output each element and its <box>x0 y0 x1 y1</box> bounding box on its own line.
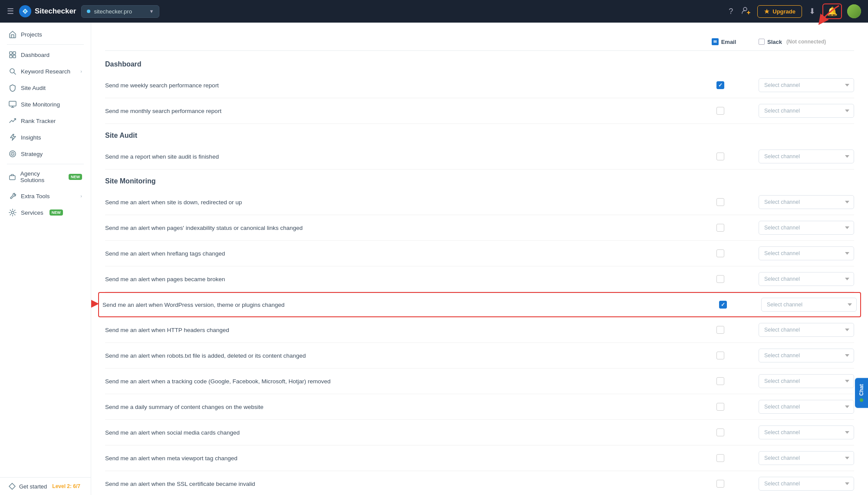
email-checkbox[interactable] <box>716 480 724 488</box>
slack-channel-select[interactable]: Select channel <box>759 149 854 163</box>
search-icon <box>9 67 17 75</box>
slack-channel-select[interactable]: Select channel <box>759 477 854 491</box>
sidebar-item-label: Site Audit <box>21 85 46 91</box>
notification-row-site-down: Send me an alert when site is down, redi… <box>105 189 854 215</box>
channel-header-row: ✉ Email Slack (Not connected) <box>105 33 854 51</box>
email-checkbox-col <box>688 301 758 309</box>
notif-label: Send me a daily summary of content chang… <box>105 404 682 410</box>
email-checkbox-col <box>686 377 755 385</box>
new-badge: NEW <box>50 209 63 216</box>
email-checkbox-col <box>686 224 755 232</box>
slack-label: Slack <box>767 39 782 45</box>
notif-label: Send me an alert when site is down, redi… <box>105 199 682 206</box>
slack-select-col: Select channel <box>759 104 854 118</box>
slack-select-col: Select channel <box>759 195 854 209</box>
slack-channel-select[interactable]: Select channel <box>759 104 854 118</box>
slack-channel-select[interactable]: Select channel <box>759 400 854 414</box>
slack-select-col: Select channel <box>759 246 854 260</box>
email-checkbox[interactable] <box>716 275 724 283</box>
sidebar-nav: Projects Dashboard Keyword Res <box>0 23 91 224</box>
project-selector[interactable]: sitechecker.pro ▼ <box>81 5 159 18</box>
notif-label: Send me monthly search performance repor… <box>105 108 682 114</box>
logo-text: Sitechecker <box>35 7 76 16</box>
slack-select-col: Select channel <box>759 349 854 362</box>
slack-select-col: Select channel <box>761 298 857 312</box>
sidebar-item-services[interactable]: Services NEW <box>0 204 91 221</box>
new-badge: NEW <box>69 174 82 180</box>
email-checkbox[interactable] <box>716 249 724 257</box>
diamond-icon <box>9 483 16 490</box>
email-checkbox-col <box>686 81 755 89</box>
sidebar-item-extra-tools[interactable]: Extra Tools › <box>0 188 91 204</box>
sidebar-item-projects[interactable]: Projects <box>0 26 91 43</box>
sidebar-item-insights[interactable]: Insights <box>0 129 91 146</box>
notification-row-hreflang: Send me an alert when hreflang tags chan… <box>105 241 854 266</box>
notification-bell-icon[interactable]: 🔔 <box>822 3 842 19</box>
sidebar-item-label: Keyword Research <box>21 68 70 75</box>
slack-channel-select[interactable]: Select channel <box>761 298 857 312</box>
email-checkbox[interactable] <box>716 224 724 232</box>
email-checkbox[interactable] <box>716 153 724 160</box>
email-checkbox[interactable] <box>719 301 727 309</box>
sidebar-item-agency-solutions[interactable]: Agency Solutions NEW <box>0 166 91 188</box>
get-started-item[interactable]: Get started Level 2: 6/7 <box>9 483 82 490</box>
email-icon: ✉ <box>712 38 719 45</box>
svg-rect-3 <box>10 52 12 54</box>
email-checkbox[interactable] <box>716 403 724 411</box>
upgrade-button[interactable]: Upgrade <box>757 5 802 18</box>
content-area: ✉ Email Slack (Not connected) Dashboard … <box>91 23 868 495</box>
chat-float-button[interactable]: Chat <box>855 378 868 408</box>
slack-select-col: Select channel <box>759 221 854 235</box>
email-checkbox-col <box>686 352 755 359</box>
notification-row-robots-txt: Send me an alert when robots.txt file is… <box>105 343 854 369</box>
sidebar-item-dashboard[interactable]: Dashboard <box>0 47 91 63</box>
slack-channel-select[interactable]: Select channel <box>759 425 854 439</box>
email-checkbox[interactable] <box>716 352 724 359</box>
sidebar-item-site-monitoring[interactable]: Site Monitoring <box>0 96 91 113</box>
notification-row-http-headers: Send me an alert when HTTP headers chang… <box>105 317 854 343</box>
sidebar-item-site-audit[interactable]: Site Audit <box>0 80 91 96</box>
slack-channel-select[interactable]: Select channel <box>759 272 854 286</box>
chat-label: Chat <box>858 384 865 396</box>
notif-label: Send me an alert when meta viewport tag … <box>105 455 682 462</box>
slack-select-col: Select channel <box>759 78 854 92</box>
slack-channel-select[interactable]: Select channel <box>759 78 854 92</box>
notification-row-broken-pages: Send me an alert when pages became broke… <box>105 266 854 292</box>
email-checkbox[interactable] <box>716 326 724 334</box>
slack-checkbox-icon <box>759 39 765 45</box>
slack-channel-select[interactable]: Select channel <box>759 221 854 235</box>
slack-channel-select[interactable]: Select channel <box>759 246 854 260</box>
notif-label: Send me an alert when a tracking code (G… <box>105 378 682 385</box>
svg-point-1 <box>24 10 26 13</box>
top-navigation: ☰ Sitechecker sitechecker.pro ▼ ? Upgra <box>0 0 868 23</box>
notif-label: Send me weekly search performance report <box>105 82 682 89</box>
slack-channel-select[interactable]: Select channel <box>759 323 854 337</box>
email-checkbox-col <box>686 480 755 488</box>
help-icon[interactable]: ? <box>727 5 735 18</box>
svg-rect-12 <box>10 176 15 179</box>
sidebar-item-keyword-research[interactable]: Keyword Research › <box>0 63 91 80</box>
sidebar-item-rank-tracker[interactable]: Rank Tracker <box>0 113 91 129</box>
hamburger-menu-icon[interactable]: ☰ <box>7 7 14 16</box>
settings-icon <box>9 209 17 216</box>
email-checkbox[interactable] <box>716 81 724 89</box>
email-checkbox[interactable] <box>716 377 724 385</box>
email-checkbox[interactable] <box>716 198 724 206</box>
notification-row-weekly-search: Send me weekly search performance report… <box>105 73 854 98</box>
notifications-panel: ✉ Email Slack (Not connected) Dashboard … <box>91 23 868 495</box>
add-user-icon[interactable] <box>740 4 752 19</box>
slack-channel-select[interactable]: Select channel <box>759 349 854 362</box>
download-icon[interactable]: ⬇ <box>807 5 817 18</box>
email-checkbox[interactable] <box>716 429 724 436</box>
project-chevron-icon: ▼ <box>149 9 154 14</box>
slack-channel-select[interactable]: Select channel <box>759 195 854 209</box>
slack-channel-select[interactable]: Select channel <box>759 451 854 465</box>
email-checkbox[interactable] <box>716 454 724 462</box>
email-checkbox[interactable] <box>716 107 724 115</box>
sidebar-item-strategy[interactable]: Strategy <box>0 146 91 162</box>
email-checkbox-col <box>686 429 755 436</box>
slack-select-col: Select channel <box>759 477 854 491</box>
svg-rect-5 <box>10 55 12 58</box>
user-avatar[interactable] <box>847 4 861 18</box>
slack-channel-select[interactable]: Select channel <box>759 374 854 388</box>
